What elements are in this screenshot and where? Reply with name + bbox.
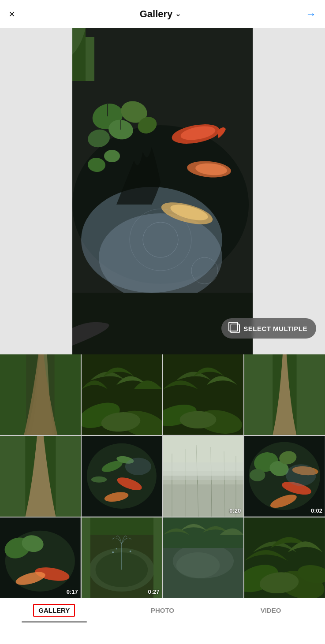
svg-point-72 (286, 464, 316, 486)
thumbnail-4[interactable] (244, 354, 325, 435)
svg-rect-42 (0, 436, 25, 517)
svg-rect-87 (82, 517, 90, 598)
thumbnail-3[interactable] (163, 354, 244, 435)
svg-point-48 (91, 476, 107, 483)
svg-rect-88 (153, 517, 162, 598)
svg-point-35 (179, 411, 216, 428)
close-button[interactable]: × (9, 9, 15, 19)
thumbnail-11[interactable] (163, 517, 244, 598)
svg-point-83 (112, 551, 114, 553)
preview-image[interactable] (72, 28, 253, 354)
svg-rect-43 (56, 436, 80, 517)
thumbnail-6[interactable] (82, 436, 162, 517)
svg-point-85 (116, 548, 117, 549)
select-multiple-icon (230, 324, 240, 333)
video-duration-7: 0:20 (229, 507, 241, 514)
svg-point-84 (129, 551, 131, 552)
svg-point-67 (250, 469, 265, 481)
video-duration-10: 0:27 (148, 588, 159, 595)
thumbnail-7[interactable]: 0:20 (163, 436, 244, 517)
tab-video[interactable]: VIDEO (217, 598, 325, 622)
video-duration-8: 0:02 (311, 507, 322, 514)
header: × Gallery ⌄ → (0, 0, 325, 28)
select-multiple-button[interactable]: SELECT MULTIPLE (221, 318, 316, 339)
tab-bar: GALLERY PHOTO VIDEO (0, 598, 325, 622)
svg-rect-38 (244, 354, 273, 435)
tab-photo[interactable]: PHOTO (108, 598, 217, 622)
video-duration-9: 0:17 (67, 588, 78, 595)
svg-rect-86 (82, 517, 162, 535)
preview-right-bg (253, 28, 325, 354)
tab-gallery[interactable]: GALLERY (0, 598, 108, 622)
svg-point-92 (176, 552, 220, 578)
svg-point-51 (125, 458, 151, 475)
thumbnail-grid: 0:20 0:02 (0, 354, 325, 598)
preview-left-bg (0, 28, 72, 354)
thumbnail-9[interactable]: 0:17 (0, 517, 81, 598)
forward-arrow-button[interactable]: → (306, 8, 316, 20)
select-multiple-label: SELECT MULTIPLE (243, 325, 307, 332)
thumbnail-12[interactable] (244, 517, 325, 598)
thumbnail-8[interactable]: 0:02 (244, 436, 325, 517)
svg-rect-22 (86, 37, 94, 81)
gallery-title[interactable]: Gallery ⌄ (140, 8, 181, 20)
thumbnail-1[interactable] (0, 354, 81, 435)
gallery-tab-label: GALLERY (33, 604, 75, 617)
svg-rect-61 (163, 462, 244, 480)
thumbnail-10[interactable]: 0:27 (82, 517, 162, 598)
preview-area: SELECT MULTIPLE (0, 28, 325, 354)
title-text: Gallery (140, 8, 173, 20)
svg-rect-39 (297, 354, 325, 435)
photo-tab-label: PHOTO (151, 607, 174, 614)
video-tab-label: VIDEO (261, 607, 281, 614)
thumbnail-5[interactable] (0, 436, 81, 517)
svg-point-11 (104, 150, 120, 162)
thumbnail-7-bg (163, 436, 244, 517)
thumbnail-2[interactable] (82, 354, 162, 435)
chevron-down-icon: ⌄ (175, 10, 181, 18)
